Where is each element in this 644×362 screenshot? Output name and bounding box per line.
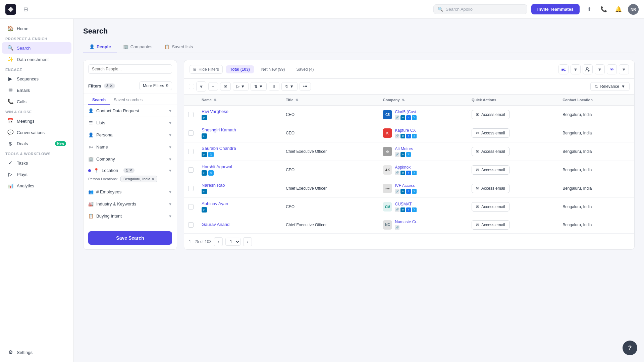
- filter-subtab-search[interactable]: Search: [88, 96, 110, 105]
- more-toolbar-button[interactable]: •••: [300, 82, 311, 91]
- result-tab-saved[interactable]: Saved (4): [292, 65, 318, 73]
- sidebar-item-sequences[interactable]: ▶ Sequences: [2, 73, 71, 84]
- person-name-4[interactable]: Harshit Agarwal: [202, 164, 278, 169]
- filter-toolbar-button[interactable]: ⇅ ▼: [251, 82, 267, 91]
- view-icon[interactable]: 👁: [607, 64, 617, 74]
- company-linkedin-icon[interactable]: in: [400, 115, 405, 120]
- sidebar-item-conversations[interactable]: 💬 Conversations: [2, 127, 71, 138]
- company-twitter-icon[interactable]: 𝕏: [412, 189, 417, 194]
- linkedin-icon[interactable]: in: [202, 115, 207, 120]
- filter-employees[interactable]: 👥 # Employees ▼: [84, 186, 177, 198]
- sidebar-item-data-enrichment[interactable]: ✨ Data enrichment: [2, 54, 71, 65]
- add-contact-icon[interactable]: [583, 64, 593, 74]
- add-toolbar-button[interactable]: +: [208, 82, 218, 91]
- company-fb-icon[interactable]: f: [406, 207, 411, 212]
- company-twitter-icon[interactable]: 𝕏: [412, 115, 417, 120]
- row-checkbox-1[interactable]: [188, 112, 194, 117]
- company-name-7[interactable]: Namaste Cr...: [395, 220, 419, 224]
- company-twitter-icon[interactable]: 𝕏: [412, 171, 417, 175]
- row-checkbox-3[interactable]: [188, 149, 194, 154]
- row-checkbox-5[interactable]: [188, 186, 194, 191]
- person-name-7[interactable]: Gaurav Anand: [202, 222, 278, 227]
- company-name-3[interactable]: Ati Motors: [395, 146, 413, 151]
- twitter-icon[interactable]: 𝕏: [208, 152, 214, 157]
- filter-lists[interactable]: ☰ Lists ▼: [84, 117, 177, 129]
- access-email-button-2[interactable]: ✉ Access email: [472, 128, 509, 138]
- access-email-button-3[interactable]: ✉ Access email: [472, 147, 509, 156]
- location-clear-icon[interactable]: ✕: [129, 168, 132, 173]
- location-filter-header[interactable]: 📍 Location 1 ✕ ▼: [88, 168, 172, 173]
- company-name-2[interactable]: Kapture CX: [395, 128, 417, 133]
- linkedin-icon[interactable]: in: [202, 170, 207, 176]
- company-linkedin-icon[interactable]: in: [400, 134, 405, 138]
- sidebar-item-home[interactable]: 🏠 Home: [2, 23, 71, 34]
- filter-clear-icon[interactable]: ✕: [110, 84, 113, 88]
- dropdown3-chevron-icon[interactable]: ▼: [619, 64, 629, 74]
- hide-filters-button[interactable]: ⊟ Hide Filters: [190, 65, 223, 74]
- add-to-list-icon[interactable]: [558, 64, 569, 74]
- bell-icon[interactable]: 🔔: [613, 4, 624, 15]
- tab-people[interactable]: 👤 People: [83, 41, 117, 53]
- tab-companies[interactable]: 🏢 Companies: [117, 41, 159, 53]
- person-name-5[interactable]: Naresh Rao: [202, 183, 278, 188]
- company-linkedin-icon[interactable]: in: [400, 171, 405, 175]
- invite-teammates-button[interactable]: Invite Teammates: [531, 4, 580, 14]
- company-twitter-icon[interactable]: 𝕏: [406, 152, 411, 157]
- company-fb-icon[interactable]: f: [406, 115, 411, 120]
- col-name[interactable]: Name ⇅: [198, 95, 282, 106]
- company-linkedin-icon[interactable]: in: [400, 207, 405, 212]
- linkedin-icon[interactable]: in: [202, 152, 207, 157]
- company-link-icon[interactable]: 🔗: [395, 225, 399, 230]
- search-people-input[interactable]: [88, 64, 172, 74]
- access-email-button-5[interactable]: ✉ Access email: [472, 184, 509, 193]
- filter-persona[interactable]: 👤 Persona ▼: [84, 129, 177, 141]
- dropdown-chevron-icon[interactable]: ▼: [571, 64, 581, 74]
- filter-company[interactable]: 🏢 Company ▼: [84, 153, 177, 165]
- pagination-next-button[interactable]: ›: [243, 237, 252, 246]
- refresh-toolbar-button[interactable]: ↻ ▼: [281, 82, 298, 91]
- sidebar-item-search[interactable]: 🔍 Search: [2, 42, 71, 54]
- filter-buying-intent[interactable]: 📋 Buying Intent ▼: [84, 210, 177, 222]
- dropdown2-chevron-icon[interactable]: ▼: [595, 64, 605, 74]
- col-company[interactable]: Company ⇅: [379, 95, 468, 106]
- sequence-toolbar-button[interactable]: ▷ ▼: [233, 82, 249, 91]
- sidebar-item-settings[interactable]: ⚙ Settings: [2, 347, 71, 358]
- filter-subtab-saved[interactable]: Saved searches: [110, 96, 147, 105]
- twitter-icon[interactable]: 𝕏: [208, 170, 214, 176]
- company-name-6[interactable]: CUSMAT: [395, 202, 417, 206]
- phone-icon[interactable]: 📞: [598, 4, 609, 15]
- linkedin-icon[interactable]: in: [202, 133, 207, 139]
- company-linkedin-icon[interactable]: in: [400, 189, 405, 194]
- pagination-prev-button[interactable]: ‹: [214, 237, 223, 246]
- select-all-checkbox[interactable]: [189, 84, 194, 89]
- company-link-icon[interactable]: 🔗: [395, 134, 399, 138]
- sidebar-item-emails[interactable]: ✉ Emails: [2, 84, 71, 96]
- company-fb-icon[interactable]: f: [406, 189, 411, 194]
- relevance-sort-button[interactable]: ⇅ Relevance ▼: [590, 82, 630, 91]
- sidebar-item-plays[interactable]: ▷ Plays: [2, 169, 71, 180]
- download-toolbar-button[interactable]: ⬇: [269, 82, 279, 91]
- company-fb-icon[interactable]: f: [406, 171, 411, 175]
- save-search-button[interactable]: Save Search: [88, 231, 172, 245]
- row-checkbox-4[interactable]: [188, 167, 194, 173]
- sidebar-toggle-icon[interactable]: ⊟: [20, 4, 31, 15]
- row-checkbox-6[interactable]: [188, 204, 194, 209]
- access-email-button-7[interactable]: ✉ Access email: [472, 220, 509, 230]
- result-tab-net-new[interactable]: Net New (99): [257, 65, 289, 73]
- company-name-5[interactable]: IVF Access: [395, 183, 417, 188]
- company-linkedin-icon[interactable]: in: [400, 152, 405, 157]
- access-email-button-4[interactable]: ✉ Access email: [472, 165, 509, 175]
- avatar[interactable]: NR: [628, 4, 639, 15]
- sidebar-item-analytics[interactable]: 📊 Analytics: [2, 180, 71, 191]
- company-name-4[interactable]: Appknox: [395, 165, 417, 170]
- access-email-button-6[interactable]: ✉ Access email: [472, 202, 509, 212]
- global-search[interactable]: 🔍 Search Apollo: [433, 4, 527, 14]
- result-tab-total[interactable]: Total (103): [226, 65, 254, 73]
- col-title[interactable]: Title ⇅: [282, 95, 379, 106]
- access-email-button-1[interactable]: ✉ Access email: [472, 110, 509, 119]
- person-name-2[interactable]: Sheshgiri Kamath: [202, 127, 278, 132]
- sidebar-item-deals[interactable]: $ Deals New: [2, 138, 71, 149]
- more-filters-button[interactable]: More Filters 9: [139, 81, 172, 90]
- company-link-icon[interactable]: 🔗: [395, 189, 399, 194]
- company-link-icon[interactable]: 🔗: [395, 207, 399, 212]
